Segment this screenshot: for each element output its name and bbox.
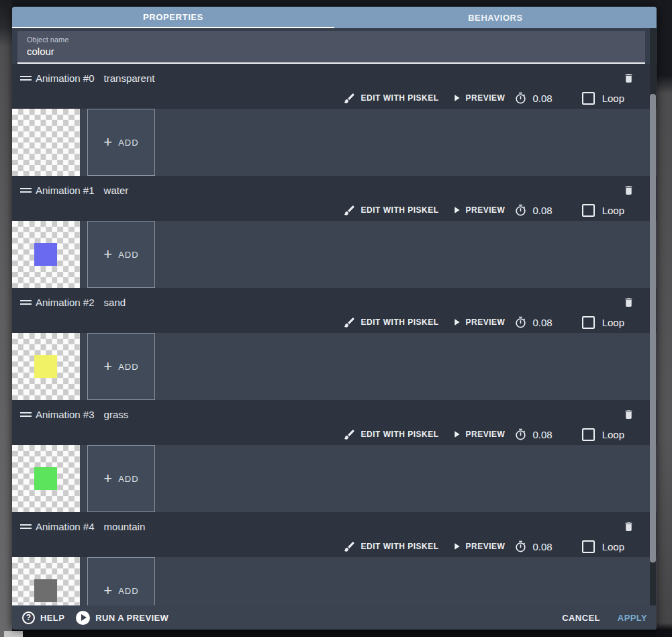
plus-icon: + — [103, 471, 112, 486]
preview-button[interactable]: PREVIEW — [466, 542, 506, 551]
frame-thumbnail[interactable] — [12, 221, 80, 288]
loop-label: Loop — [602, 317, 624, 328]
cancel-button[interactable]: CANCEL — [562, 613, 600, 623]
frames-row: +ADD — [12, 221, 657, 288]
frame-thumbnail[interactable] — [12, 333, 80, 400]
play-icon[interactable] — [451, 205, 462, 215]
loop-checkbox[interactable] — [582, 428, 595, 441]
add-label: ADD — [118, 362, 138, 372]
preview-button[interactable]: PREVIEW — [466, 317, 506, 327]
animation-section: Animation #2 sand EDIT WITH PISKEL PREVI… — [12, 288, 657, 400]
add-label: ADD — [118, 250, 138, 260]
add-frame-button[interactable]: +ADD — [87, 445, 155, 512]
animation-header: Animation #0 transparent EDIT WITH PISKE… — [12, 64, 657, 109]
brush-icon[interactable] — [343, 316, 356, 329]
run-a-preview-button[interactable]: RUN A PREVIEW — [95, 613, 169, 623]
brush-icon[interactable] — [343, 204, 356, 217]
animation-name[interactable]: grass — [104, 409, 129, 420]
tab-behaviors[interactable]: BEHAVIORS — [334, 7, 657, 28]
add-frame-button[interactable]: +ADD — [87, 221, 155, 288]
animation-header: Animation #2 sand EDIT WITH PISKEL PREVI… — [12, 288, 657, 333]
help-icon[interactable]: ? — [22, 611, 35, 624]
frame-thumbnail[interactable] — [12, 109, 80, 176]
edit-with-piskel-button[interactable]: EDIT WITH PISKEL — [361, 205, 439, 215]
brush-icon[interactable] — [343, 428, 356, 441]
frame-color-swatch — [34, 243, 57, 266]
animation-name[interactable]: mountain — [104, 521, 146, 532]
drag-handle-icon[interactable] — [20, 188, 32, 193]
plus-icon: + — [103, 135, 112, 150]
drag-handle-icon[interactable] — [20, 76, 32, 81]
preview-button[interactable]: PREVIEW — [466, 93, 506, 103]
object-name-label: Object name — [17, 31, 645, 44]
frame-thumbnail[interactable] — [12, 557, 80, 605]
add-label: ADD — [118, 474, 138, 484]
animation-title: Animation #3 — [36, 409, 95, 420]
loop-checkbox[interactable] — [582, 316, 595, 329]
drag-handle-icon[interactable] — [20, 524, 32, 529]
dialog-footer: ? HELP RUN A PREVIEW CANCEL APPLY — [12, 605, 657, 630]
time-between-frames-value[interactable]: 0.08 — [532, 93, 552, 104]
play-icon[interactable] — [451, 541, 462, 552]
frame-color-swatch — [34, 355, 57, 378]
animation-header: Animation #3 grass EDIT WITH PISKEL PREV… — [12, 400, 657, 445]
edit-with-piskel-button[interactable]: EDIT WITH PISKEL — [361, 542, 439, 551]
preview-button[interactable]: PREVIEW — [466, 205, 506, 215]
frame-thumbnail[interactable] — [12, 445, 80, 512]
animation-section: Animation #3 grass EDIT WITH PISKEL PREV… — [12, 400, 657, 512]
add-frame-button[interactable]: +ADD — [87, 333, 155, 400]
brush-icon[interactable] — [343, 540, 356, 553]
add-label: ADD — [118, 586, 138, 596]
delete-animation-icon[interactable] — [623, 520, 634, 533]
frames-row: +ADD — [12, 557, 657, 605]
animation-title: Animation #2 — [36, 297, 95, 308]
animation-title: Animation #4 — [36, 521, 95, 532]
tab-properties[interactable]: PROPERTIES — [12, 7, 334, 28]
animation-title: Animation #0 — [36, 72, 95, 84]
time-between-frames-value[interactable]: 0.08 — [532, 541, 552, 552]
animation-name[interactable]: water — [104, 185, 129, 196]
frames-row: +ADD — [12, 445, 657, 512]
animation-name[interactable]: transparent — [104, 72, 155, 84]
preview-button[interactable]: PREVIEW — [466, 430, 506, 439]
run-preview-icon[interactable] — [76, 611, 90, 625]
time-between-frames-value[interactable]: 0.08 — [532, 317, 552, 328]
scrollbar-thumb[interactable] — [650, 94, 656, 562]
loop-label: Loop — [602, 205, 624, 216]
play-icon[interactable] — [451, 429, 462, 440]
brush-icon[interactable] — [343, 92, 356, 105]
edit-with-piskel-button[interactable]: EDIT WITH PISKEL — [361, 430, 439, 439]
animation-name[interactable]: sand — [104, 297, 126, 308]
animation-header: Animation #4 mountain EDIT WITH PISKEL P… — [12, 512, 657, 557]
edit-with-piskel-button[interactable]: EDIT WITH PISKEL — [361, 93, 439, 103]
delete-animation-icon[interactable] — [623, 184, 634, 197]
delete-animation-icon[interactable] — [623, 72, 634, 85]
add-frame-button[interactable]: +ADD — [87, 109, 155, 176]
play-icon[interactable] — [451, 93, 462, 103]
plus-icon: + — [103, 247, 112, 262]
drag-handle-icon[interactable] — [20, 300, 32, 305]
play-icon[interactable] — [451, 317, 462, 328]
drag-handle-icon[interactable] — [20, 412, 32, 417]
animation-section: Animation #0 transparent EDIT WITH PISKE… — [12, 64, 657, 176]
object-name-input[interactable] — [17, 44, 645, 57]
timer-icon — [514, 92, 527, 105]
delete-animation-icon[interactable] — [623, 408, 634, 421]
loop-checkbox[interactable] — [582, 540, 595, 553]
frame-color-swatch — [34, 579, 57, 602]
frames-row: +ADD — [12, 109, 657, 176]
delete-animation-icon[interactable] — [623, 296, 634, 309]
apply-button[interactable]: APPLY — [618, 613, 647, 623]
add-label: ADD — [118, 138, 138, 148]
animation-header: Animation #1 water EDIT WITH PISKEL PREV… — [12, 176, 657, 221]
help-button[interactable]: HELP — [40, 613, 64, 623]
background-window-fragment — [4, 631, 23, 637]
scrollbar-track[interactable] — [650, 28, 656, 605]
loop-checkbox[interactable] — [582, 92, 595, 105]
add-frame-button[interactable]: +ADD — [87, 557, 155, 605]
time-between-frames-value[interactable]: 0.08 — [532, 205, 552, 216]
edit-with-piskel-button[interactable]: EDIT WITH PISKEL — [361, 317, 439, 327]
time-between-frames-value[interactable]: 0.08 — [532, 429, 552, 440]
animations-list: Animation #0 transparent EDIT WITH PISKE… — [12, 64, 657, 605]
loop-checkbox[interactable] — [582, 204, 595, 217]
